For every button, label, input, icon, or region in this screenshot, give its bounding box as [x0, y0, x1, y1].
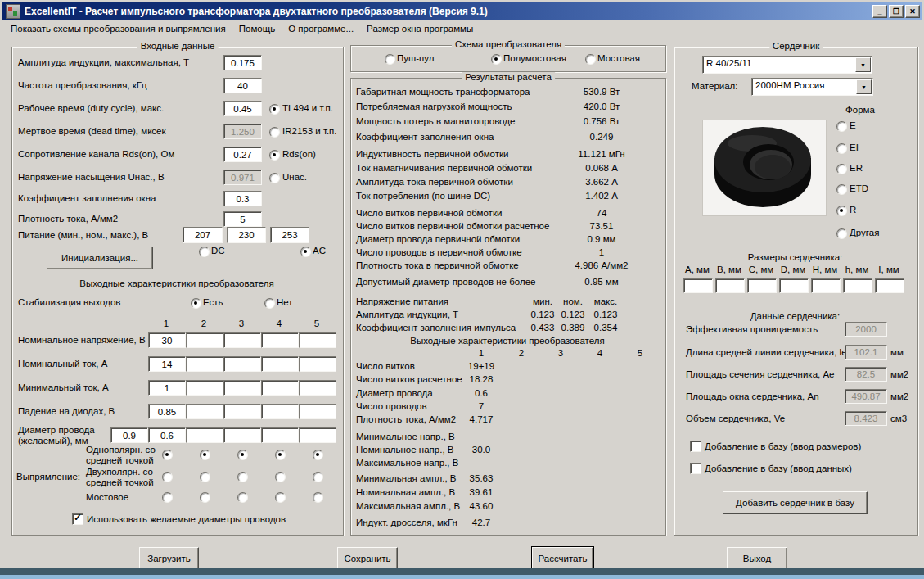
nominal-current-input-3[interactable]	[223, 356, 261, 372]
add-db-dims-checkbox[interactable]	[690, 441, 701, 452]
diode-drop-input-1[interactable]	[148, 404, 186, 419]
rect-bipolar-radio-1[interactable]	[162, 472, 173, 482]
min-current-input-5[interactable]	[299, 380, 336, 396]
window-fill-input[interactable]	[223, 191, 262, 206]
dim-col-c: C, мм	[746, 265, 777, 275]
diode-drop-input-5[interactable]	[299, 404, 336, 419]
add-db-data-checkbox[interactable]	[690, 463, 701, 474]
core-type-select[interactable]: R 40/25/11 ▼	[702, 56, 872, 74]
rds-on-radio[interactable]	[269, 150, 280, 161]
half-bridge-radio[interactable]	[491, 54, 502, 65]
frequency-input[interactable]	[223, 78, 262, 93]
exit-button[interactable]: Выход	[727, 547, 787, 569]
wire-diameter-input-1[interactable]	[148, 427, 186, 443]
shape-r-radio[interactable]	[836, 206, 847, 216]
min-current-input-3[interactable]	[223, 380, 261, 396]
min-current-input-1[interactable]	[148, 380, 186, 396]
bridge-radio[interactable]	[585, 54, 596, 65]
use-wire-diameters-checkbox[interactable]: ✓	[72, 513, 83, 525]
shape-other-radio[interactable]	[836, 228, 847, 239]
minimize-button[interactable]: _	[872, 5, 887, 18]
ir2153-radio[interactable]	[269, 127, 280, 138]
rect-unipolar-radio-4[interactable]	[275, 450, 286, 460]
shape-ei-radio[interactable]	[836, 143, 847, 154]
usat-radio[interactable]	[269, 173, 280, 183]
rect-bipolar-radio-5[interactable]	[313, 472, 323, 482]
current-density-input[interactable]	[223, 211, 262, 227]
dim-b-input[interactable]	[715, 278, 745, 293]
rect-bridge-radio-2[interactable]	[200, 492, 210, 503]
dim-h2-input[interactable]	[843, 278, 872, 293]
stab-yes-radio[interactable]	[191, 298, 201, 309]
nominal-current-input-2[interactable]	[186, 356, 223, 372]
stab-no-radio[interactable]	[264, 298, 275, 309]
rect-bipolar-radio-2[interactable]	[200, 472, 210, 482]
duty-cycle-input[interactable]	[223, 101, 262, 116]
wire-diameter-primary-input[interactable]	[110, 427, 148, 443]
rect-unipolar-radio-2[interactable]	[200, 450, 210, 460]
rect-bridge-radio-1[interactable]	[162, 492, 173, 503]
shape-etd-radio[interactable]	[836, 184, 847, 195]
nominal-current-input-5[interactable]	[299, 356, 336, 372]
dim-a-input[interactable]	[683, 278, 713, 293]
material-select[interactable]: 2000НМ Россия ▼	[751, 78, 873, 96]
chevron-down-icon[interactable]: ▼	[855, 57, 871, 72]
diode-drop-input-4[interactable]	[261, 404, 299, 419]
dim-d-input[interactable]	[779, 278, 809, 293]
min-current-input-4[interactable]	[261, 380, 299, 396]
wire-diameter-input-5[interactable]	[299, 427, 336, 443]
result-label: Диаметр провода первичной обмотки	[356, 234, 520, 244]
diode-drop-input-2[interactable]	[186, 404, 223, 419]
menu-item-about[interactable]: О программе...	[282, 22, 360, 35]
calculate-button[interactable]: Рассчитать	[532, 547, 593, 569]
rect-unipolar-radio-5[interactable]	[313, 450, 323, 460]
rect-unipolar-radio-1[interactable]	[162, 450, 173, 460]
supply-min-input[interactable]	[183, 227, 223, 243]
induction-amplitude-input[interactable]	[223, 55, 262, 70]
rds-on-input[interactable]	[223, 147, 262, 162]
rect-bipolar-radio-3[interactable]	[237, 472, 248, 482]
supply-nom-input[interactable]	[227, 227, 266, 243]
wire-diameter-input-4[interactable]	[261, 427, 299, 443]
dim-col-h: H, мм	[809, 265, 841, 275]
wire-diameter-input-3[interactable]	[223, 427, 261, 443]
result-label: Габаритная мощность трансформатора	[356, 87, 530, 97]
dim-h-input[interactable]	[811, 278, 841, 293]
nominal-voltage-input-1[interactable]	[148, 332, 186, 348]
chevron-down-icon[interactable]: ▼	[856, 79, 872, 94]
title-bar[interactable]: ExcellentIT - Расчет импульсного трансфо…	[2, 2, 922, 20]
rect-unipolar-radio-3[interactable]	[237, 450, 248, 460]
dim-c-input[interactable]	[747, 278, 777, 293]
rect-bridge-radio-5[interactable]	[313, 492, 323, 503]
tl494-radio[interactable]	[269, 104, 280, 115]
load-button[interactable]: Загрузить	[139, 547, 199, 569]
cross-section-value	[845, 367, 887, 382]
init-button[interactable]: Инициализация...	[47, 247, 153, 269]
supply-max-input[interactable]	[270, 227, 309, 243]
rect-bridge-radio-3[interactable]	[237, 492, 248, 503]
maximize-button[interactable]: ❐	[889, 5, 904, 18]
close-button[interactable]: ✕	[905, 5, 920, 18]
wire-diameter-input-2[interactable]	[186, 427, 223, 443]
push-pull-radio[interactable]	[385, 54, 395, 65]
shape-e-radio[interactable]	[836, 121, 847, 132]
menu-item-window-size[interactable]: Размер окна программы	[360, 22, 480, 35]
nominal-current-input-4[interactable]	[261, 356, 299, 372]
nominal-current-input-1[interactable]	[148, 356, 186, 372]
nominal-voltage-input-2[interactable]	[186, 332, 223, 348]
dim-i-input[interactable]	[875, 278, 904, 293]
save-button[interactable]: Сохранить	[337, 547, 398, 569]
ac-radio[interactable]	[300, 247, 311, 257]
nominal-voltage-input-4[interactable]	[261, 332, 299, 348]
menu-item-help[interactable]: Помощь	[232, 22, 282, 35]
shape-er-radio[interactable]	[836, 164, 847, 174]
diode-drop-input-3[interactable]	[223, 404, 261, 419]
min-current-input-2[interactable]	[186, 380, 223, 396]
menu-item-schemes[interactable]: Показать схемы преобразования и выпрямле…	[4, 22, 232, 35]
add-core-button[interactable]: Добавить сердечник в базу	[723, 491, 868, 514]
rect-bridge-radio-4[interactable]	[275, 492, 286, 503]
nominal-voltage-input-3[interactable]	[223, 332, 261, 348]
dc-radio[interactable]	[199, 247, 210, 257]
rect-bipolar-radio-4[interactable]	[275, 472, 286, 482]
nominal-voltage-input-5[interactable]	[299, 332, 336, 348]
